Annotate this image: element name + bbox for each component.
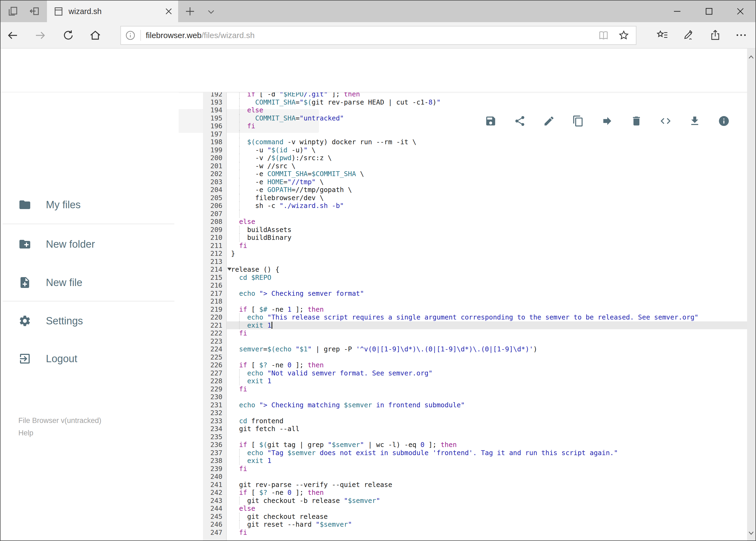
code-line[interactable]: 243 git checkout -b release "$semver" <box>203 497 748 505</box>
code-line[interactable]: 212} <box>203 250 748 258</box>
reading-view-icon[interactable] <box>598 29 610 41</box>
sidebar-item-my-files[interactable]: My files <box>18 198 81 212</box>
code-line[interactable]: 226 if [ $? -ne 0 ]; then <box>203 361 748 369</box>
code-line[interactable]: 204 -e GOPATH=//tmp/gopath \ <box>203 186 748 194</box>
code-line[interactable]: 242 if [ $? -ne 0 ]; then <box>203 489 748 497</box>
code-text: fi <box>227 329 748 337</box>
window-maximize-button[interactable] <box>696 1 722 22</box>
code-line[interactable]: 193 COMMIT_SHA="$(git rev-parse HEAD | c… <box>203 98 748 106</box>
code-line[interactable]: 219 if [ $# -ne 1 ]; then <box>203 305 748 313</box>
code-line[interactable]: 228 exit 1 <box>203 377 748 385</box>
line-number: 194 <box>203 106 227 114</box>
code-line[interactable]: 224 semver=$(echo "$1" | grep -P '^v(0|[… <box>203 345 748 353</box>
code-line[interactable]: 223 <box>203 337 748 345</box>
code-line[interactable]: 202 -e COMMIT_SHA=$COMMIT_SHA \ <box>203 170 748 178</box>
favorite-star-icon[interactable] <box>618 30 630 41</box>
scroll-down-icon[interactable] <box>748 531 754 535</box>
code-line[interactable]: 236 if [ $(git tag | grep "$semver" | wc… <box>203 441 748 449</box>
page-scrollbar[interactable] <box>747 49 755 540</box>
code-line[interactable]: 215 cd $REPO <box>203 273 748 282</box>
sidebar-item-new-file[interactable]: New file <box>18 275 82 289</box>
browser-share-icon[interactable] <box>709 29 721 41</box>
line-number: 219 <box>203 305 227 313</box>
home-icon[interactable] <box>89 29 102 42</box>
code-line[interactable]: 239 fi <box>203 465 748 473</box>
window-minimize-button[interactable] <box>664 1 690 22</box>
code-line[interactable]: 214release () { <box>203 266 748 273</box>
code-line[interactable]: 235 <box>203 433 748 441</box>
code-line[interactable]: 245 git checkout release <box>203 513 748 521</box>
code-line[interactable]: 232 <box>203 409 748 417</box>
code-line[interactable]: 192 if [ -d "$REPO/.git" ]; then <box>203 92 748 98</box>
code-editor[interactable]: 192 if [ -d "$REPO/.git" ]; then193 COMM… <box>203 92 748 541</box>
code-line[interactable]: 200 -v /$(pwd):/src:z \ <box>203 154 748 162</box>
code-line[interactable]: 198 $(command -v winpty) docker run --rm… <box>203 138 748 146</box>
line-number: 214 <box>203 266 227 273</box>
code-line[interactable]: 197 <box>203 130 748 138</box>
address-bar[interactable]: filebrowser.web/files/wizard.sh <box>121 26 636 45</box>
code-line[interactable]: 205 filebrowser/dev \ <box>203 194 748 202</box>
code-text <box>227 337 748 345</box>
code-line[interactable]: 217 echo "> Checking semver format" <box>203 289 748 297</box>
scroll-up-icon[interactable] <box>748 55 754 59</box>
code-line[interactable]: 231 echo "> Checking matching $semver in… <box>203 401 748 409</box>
code-line[interactable]: 244 else <box>203 505 748 513</box>
code-line[interactable]: 211 fi <box>203 242 748 250</box>
code-line[interactable]: 203 -e HOME="//tmp" \ <box>203 178 748 186</box>
code-line[interactable]: 221 exit 1 <box>203 321 748 329</box>
back-icon[interactable] <box>6 29 19 42</box>
tab-close-icon[interactable] <box>165 7 173 15</box>
browser-tab[interactable]: wizard.sh <box>47 1 178 22</box>
address-separator <box>140 30 141 41</box>
tab-list-chevron-icon[interactable] <box>207 8 215 16</box>
code-line[interactable]: 207 <box>203 210 748 218</box>
refresh-icon[interactable] <box>62 29 75 42</box>
code-line[interactable]: 234 git fetch --all <box>203 425 748 433</box>
help-link[interactable]: Help <box>18 427 34 439</box>
annotate-pen-icon[interactable] <box>682 29 694 41</box>
line-number: 195 <box>203 114 227 122</box>
code-line[interactable]: 225 <box>203 353 748 361</box>
code-line[interactable]: 216 <box>203 281 748 289</box>
code-line[interactable]: 194 else <box>203 106 748 114</box>
code-line[interactable]: 210 buildBinary <box>203 234 748 242</box>
code-text: git reset --hard "$semver" <box>227 520 748 529</box>
line-number: 203 <box>203 178 227 186</box>
sidebar-item-settings[interactable]: Settings <box>18 314 83 328</box>
code-line[interactable]: 247 fi <box>203 529 748 537</box>
sidebar-divider <box>3 224 174 224</box>
code-line[interactable]: 196 fi <box>203 122 748 130</box>
code-line[interactable]: 246 git reset --hard "$semver" <box>203 520 748 529</box>
window-close-button[interactable] <box>728 1 753 22</box>
code-line[interactable]: 218 <box>203 297 748 305</box>
set-aside-tabs-icon[interactable] <box>29 5 41 17</box>
code-line[interactable]: 237 echo "Tag $semver does not exist in … <box>203 449 748 457</box>
sidebar-item-logout[interactable]: Logout <box>18 352 77 366</box>
forward-icon[interactable] <box>34 29 46 42</box>
code-line[interactable]: 206 sh -c "./wizard.sh -b" <box>203 202 748 210</box>
code-line[interactable]: 229 fi <box>203 385 748 393</box>
code-line[interactable]: 227 echo "Not valid semver format. See s… <box>203 369 748 377</box>
code-line[interactable]: 199 -u "$(id -u)" \ <box>203 146 748 154</box>
hub-favorites-icon[interactable] <box>656 29 668 41</box>
code-line[interactable]: 201 -w //src \ <box>203 162 748 170</box>
code-line[interactable]: 209 buildAssets <box>203 226 748 234</box>
code-line[interactable]: 213 <box>203 258 748 266</box>
sidebar-item-new-folder[interactable]: New folder <box>18 237 95 251</box>
new-tab-button[interactable] <box>184 5 196 17</box>
code-line[interactable]: 233 cd frontend <box>203 417 748 425</box>
code-line[interactable]: 220 echo "This release script requires a… <box>203 313 748 321</box>
tab-preview-icon[interactable] <box>7 5 19 17</box>
url-text[interactable]: filebrowser.web/files/wizard.sh <box>146 31 598 40</box>
code-line[interactable]: 195 COMMIT_SHA="untracked" <box>203 114 748 122</box>
line-number: 205 <box>203 194 227 202</box>
code-line[interactable]: 208 else <box>203 218 748 226</box>
code-line[interactable]: 241 git rev-parse --verify --quiet relea… <box>203 481 748 489</box>
more-options-icon[interactable] <box>735 29 747 41</box>
site-info-icon[interactable] <box>125 30 135 41</box>
line-number: 231 <box>203 401 227 409</box>
code-line[interactable]: 238 exit 1 <box>203 457 748 465</box>
code-line[interactable]: 240 <box>203 473 748 481</box>
code-line[interactable]: 230 <box>203 393 748 401</box>
code-line[interactable]: 222 fi <box>203 329 748 337</box>
